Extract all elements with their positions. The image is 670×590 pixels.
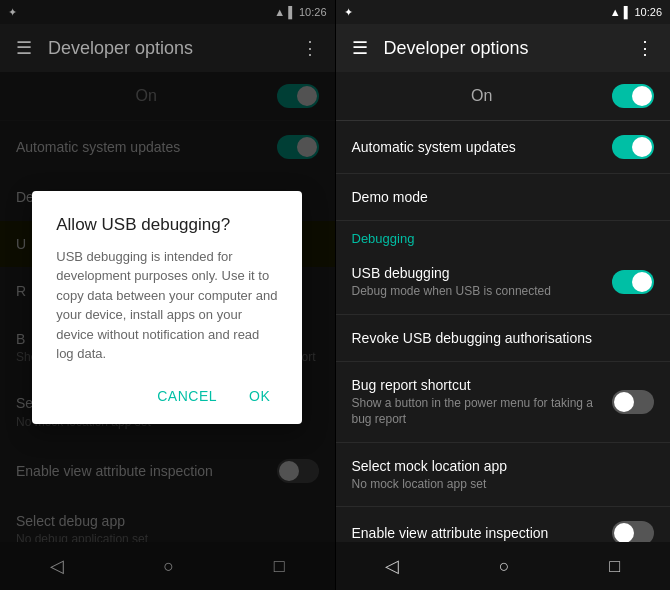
left-more-icon[interactable]: ⋮ <box>301 37 319 59</box>
right-on-row: On <box>336 72 671 121</box>
right-revoke-title: Revoke USB debugging authorisations <box>352 329 655 347</box>
right-setting-auto-updates[interactable]: Automatic system updates <box>336 121 671 174</box>
right-page-title: Developer options <box>384 38 637 59</box>
right-setting-revoke[interactable]: Revoke USB debugging authorisations <box>336 315 671 362</box>
dialog-cancel-button[interactable]: CANCEL <box>149 384 225 408</box>
right-screen: ✦ ▲ ▌ 10:26 ☰ Developer options ⋮ On Aut… <box>336 0 671 590</box>
right-back-button[interactable]: ◁ <box>365 547 419 585</box>
right-top-bar: ☰ Developer options ⋮ <box>336 24 671 72</box>
right-usb-toggle[interactable] <box>612 270 654 294</box>
left-status-right: ▲ ▌ 10:26 <box>274 6 326 18</box>
right-on-label: On <box>352 87 613 105</box>
right-setting-usb[interactable]: USB debugging Debug mode when USB is con… <box>336 250 671 315</box>
right-recent-button[interactable]: □ <box>589 548 640 585</box>
left-top-bar: ☰ Developer options ⋮ <box>0 24 335 72</box>
left-page-title: Developer options <box>48 38 301 59</box>
right-menu-icon[interactable]: ☰ <box>352 37 368 59</box>
right-demo-title: Demo mode <box>352 188 655 206</box>
right-auto-updates-toggle[interactable] <box>612 135 654 159</box>
right-setting-bug[interactable]: Bug report shortcut Show a button in the… <box>336 362 671 442</box>
bluetooth-icon: ✦ <box>8 6 17 19</box>
right-bug-subtitle: Show a button in the power menu for taki… <box>352 396 613 427</box>
left-recent-button[interactable]: □ <box>254 548 305 585</box>
right-bug-title: Bug report shortcut <box>352 376 613 394</box>
left-screen: ✦ ▲ ▌ 10:26 ☰ Developer options ⋮ On Aut… <box>0 0 335 590</box>
right-mock-subtitle: No mock location app set <box>352 477 655 493</box>
dialog-title: Allow USB debugging? <box>56 215 278 235</box>
right-home-button[interactable]: ○ <box>479 548 530 585</box>
right-setting-mock[interactable]: Select mock location app No mock locatio… <box>336 443 671 508</box>
right-time: 10:26 <box>634 6 662 18</box>
right-view-attr-title: Enable view attribute inspection <box>352 524 613 542</box>
right-usb-title: USB debugging <box>352 264 613 282</box>
right-master-toggle[interactable] <box>612 84 654 108</box>
dialog-ok-button[interactable]: OK <box>241 384 278 408</box>
right-master-toggle-thumb <box>632 86 652 106</box>
right-status-icons: ✦ <box>344 6 353 19</box>
right-bottom-nav: ◁ ○ □ <box>336 542 671 590</box>
right-mock-title: Select mock location app <box>352 457 655 475</box>
left-back-button[interactable]: ◁ <box>30 547 84 585</box>
wifi-icon: ▲ <box>274 6 285 18</box>
right-content: On Automatic system updates Demo mode De… <box>336 72 671 542</box>
signal-icon: ▌ <box>288 6 296 18</box>
dialog-actions: CANCEL OK <box>56 384 278 408</box>
left-menu-icon[interactable]: ☰ <box>16 37 32 59</box>
right-view-attr-toggle[interactable] <box>612 521 654 542</box>
left-status-bar: ✦ ▲ ▌ 10:26 <box>0 0 335 24</box>
left-time: 10:26 <box>299 6 327 18</box>
dialog-body: USB debugging is intended for developmen… <box>56 247 278 364</box>
right-setting-view-attr[interactable]: Enable view attribute inspection <box>336 507 671 542</box>
right-bug-toggle[interactable] <box>612 390 654 414</box>
left-home-button[interactable]: ○ <box>143 548 194 585</box>
dialog-overlay: Allow USB debugging? USB debugging is in… <box>0 72 335 542</box>
right-auto-updates-title: Automatic system updates <box>352 138 613 156</box>
left-bottom-nav: ◁ ○ □ <box>0 542 335 590</box>
right-debugging-header: Debugging <box>336 221 671 250</box>
right-wifi-icon: ▲ <box>610 6 621 18</box>
right-usb-subtitle: Debug mode when USB is connected <box>352 284 613 300</box>
left-content: On Automatic system updates Demo mode <box>0 72 335 542</box>
right-more-icon[interactable]: ⋮ <box>636 37 654 59</box>
usb-debug-dialog: Allow USB debugging? USB debugging is in… <box>32 191 302 424</box>
left-status-icons: ✦ <box>8 6 17 19</box>
right-setting-demo[interactable]: Demo mode <box>336 174 671 221</box>
right-bluetooth-icon: ✦ <box>344 6 353 19</box>
right-signal-icon: ▌ <box>624 6 632 18</box>
right-status-right: ▲ ▌ 10:26 <box>610 6 662 18</box>
right-status-bar: ✦ ▲ ▌ 10:26 <box>336 0 671 24</box>
